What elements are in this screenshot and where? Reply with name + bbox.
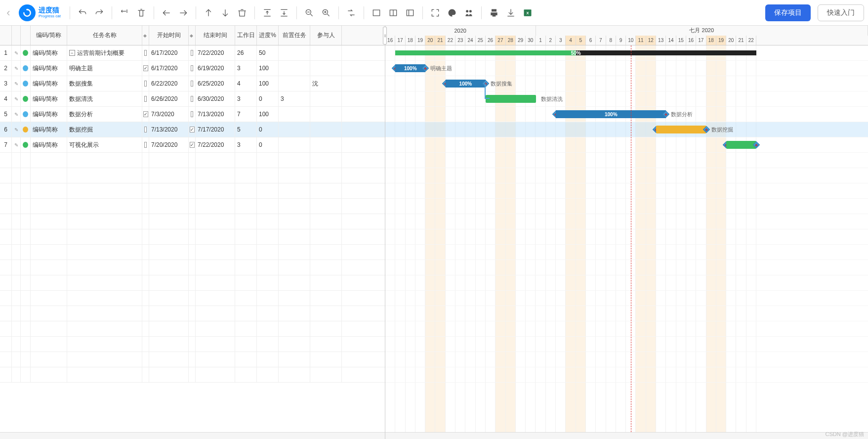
edit-row-icon[interactable]: ✎ xyxy=(12,137,21,152)
end-checkbox[interactable] xyxy=(189,61,196,76)
color-dot[interactable] xyxy=(21,107,31,122)
color-dot[interactable] xyxy=(21,76,31,91)
gantt-row[interactable] xyxy=(385,306,868,321)
gantt-task-bar[interactable]: 100%数据分析 xyxy=(556,110,666,118)
expand-toggle[interactable]: − xyxy=(69,50,75,56)
col-participants[interactable]: 参与人 xyxy=(310,26,342,45)
grid-h-scrollbar[interactable] xyxy=(0,432,385,439)
table-row[interactable]: 2✎编码/简称明确主题✓6/17/20206/19/20203100 xyxy=(0,61,385,76)
start-checkbox[interactable] xyxy=(142,91,149,106)
gantt-row[interactable] xyxy=(385,153,868,168)
table-row[interactable]: 4✎编码/简称数据清洗6/26/20206/30/2020303 xyxy=(0,91,385,107)
table-row[interactable] xyxy=(0,352,385,367)
table-row[interactable] xyxy=(0,229,385,245)
start-checkbox[interactable]: ✓ xyxy=(142,61,149,76)
color-dot[interactable] xyxy=(21,45,31,60)
gantt-row[interactable] xyxy=(385,245,868,260)
table-row[interactable]: 3✎编码/简称数据搜集6/22/20206/25/20204100沈 xyxy=(0,76,385,91)
redo-button[interactable] xyxy=(92,5,107,20)
gantt-row[interactable] xyxy=(385,321,868,337)
layout-grid-button[interactable] xyxy=(369,5,384,20)
share-button[interactable] xyxy=(461,5,476,20)
end-checkbox[interactable] xyxy=(189,45,196,60)
zoom-out-button[interactable] xyxy=(302,5,317,20)
gantt-task-bar[interactable]: 100%数据搜集 xyxy=(446,80,486,88)
edit-row-icon[interactable]: ✎ xyxy=(12,76,21,91)
fullscreen-button[interactable] xyxy=(428,5,443,20)
color-dot[interactable] xyxy=(21,122,31,137)
table-row[interactable] xyxy=(0,245,385,260)
layout-split-button[interactable] xyxy=(386,5,401,20)
table-row[interactable] xyxy=(0,214,385,229)
gantt-row[interactable] xyxy=(385,229,868,245)
move-up-button[interactable] xyxy=(201,5,216,20)
expand-all-button[interactable] xyxy=(277,5,291,20)
collapse-all-button[interactable] xyxy=(260,5,275,20)
save-project-button[interactable]: 保存项目 xyxy=(765,4,811,21)
end-checkbox[interactable] xyxy=(189,107,196,122)
table-row[interactable] xyxy=(0,183,385,199)
zoom-in-button[interactable] xyxy=(319,5,333,20)
theme-button[interactable] xyxy=(445,5,459,20)
start-checkbox[interactable] xyxy=(142,45,149,60)
table-row[interactable] xyxy=(0,321,385,337)
table-row[interactable] xyxy=(0,367,385,383)
gantt-row[interactable] xyxy=(385,183,868,199)
gantt-task-bar[interactable]: 数据挖掘 xyxy=(656,126,706,133)
outdent-button[interactable] xyxy=(159,5,174,20)
color-dot[interactable] xyxy=(21,61,31,76)
table-row[interactable]: 7✎编码/简称可视化展示7/20/2020✓7/22/202030 xyxy=(0,137,385,153)
col-start[interactable]: 开始时间 xyxy=(149,26,189,45)
gantt-row[interactable]: 100%数据分析 xyxy=(385,107,868,122)
delete-task-button[interactable] xyxy=(134,5,149,20)
layout-gantt-button[interactable] xyxy=(403,5,417,20)
col-end[interactable]: 结束时间 xyxy=(196,26,235,45)
table-row[interactable] xyxy=(0,275,385,291)
table-row[interactable]: 5✎编码/简称数据分析✓7/3/20207/13/20207100 xyxy=(0,107,385,122)
panel-splitter[interactable] xyxy=(383,26,387,439)
back-chevron[interactable]: ‹ xyxy=(4,6,13,19)
col-task-name[interactable]: 任务名称 xyxy=(67,26,142,45)
gantt-row[interactable] xyxy=(385,168,868,183)
link-tasks-button[interactable] xyxy=(344,5,359,20)
color-dot[interactable] xyxy=(21,91,31,106)
add-task-button[interactable] xyxy=(117,5,132,20)
col-workdays[interactable]: 工作日 xyxy=(235,26,257,45)
gantt-row[interactable] xyxy=(385,291,868,306)
gantt-row[interactable]: 数据清洗 xyxy=(385,91,868,107)
gantt-row[interactable] xyxy=(385,337,868,352)
gantt-body[interactable]: 50%100%明确主题100%数据搜集数据清洗100%数据分析数据挖掘 xyxy=(385,45,868,432)
edit-row-icon[interactable]: ✎ xyxy=(12,107,21,122)
table-row[interactable] xyxy=(0,199,385,214)
end-checkbox[interactable] xyxy=(189,76,196,91)
gantt-task-bar[interactable]: 数据清洗 xyxy=(486,95,536,103)
start-checkbox[interactable]: ✓ xyxy=(142,107,149,122)
color-dot[interactable] xyxy=(21,137,31,152)
gantt-row[interactable]: 100%数据搜集 xyxy=(385,76,868,91)
table-row[interactable] xyxy=(0,168,385,183)
export-excel-button[interactable]: X xyxy=(520,5,535,20)
edit-row-icon[interactable]: ✎ xyxy=(12,91,21,106)
trash-button[interactable] xyxy=(235,5,249,20)
move-down-button[interactable] xyxy=(218,5,233,20)
table-row[interactable] xyxy=(0,153,385,168)
gantt-row[interactable]: 数据挖掘 xyxy=(385,122,868,137)
start-checkbox[interactable] xyxy=(142,137,149,152)
table-row[interactable] xyxy=(0,291,385,306)
end-checkbox[interactable]: ✓ xyxy=(189,122,196,137)
gantt-row[interactable] xyxy=(385,352,868,367)
start-checkbox[interactable] xyxy=(142,122,149,137)
undo-button[interactable] xyxy=(75,5,90,20)
col-predecessors[interactable]: 前置任务 xyxy=(279,26,310,45)
quickstart-button[interactable]: 快速入门 xyxy=(818,4,864,21)
end-checkbox[interactable]: ✓ xyxy=(189,137,196,152)
edit-row-icon[interactable]: ✎ xyxy=(12,122,21,137)
start-checkbox[interactable] xyxy=(142,76,149,91)
logo[interactable]: 进度猫 Progress cat xyxy=(15,4,65,21)
gantt-row[interactable] xyxy=(385,214,868,229)
edit-row-icon[interactable]: ✎ xyxy=(12,61,21,76)
table-row[interactable] xyxy=(0,260,385,275)
table-row[interactable] xyxy=(0,306,385,321)
gantt-task-bar[interactable]: 100%明确主题 xyxy=(395,64,425,72)
gantt-row[interactable] xyxy=(385,137,868,153)
